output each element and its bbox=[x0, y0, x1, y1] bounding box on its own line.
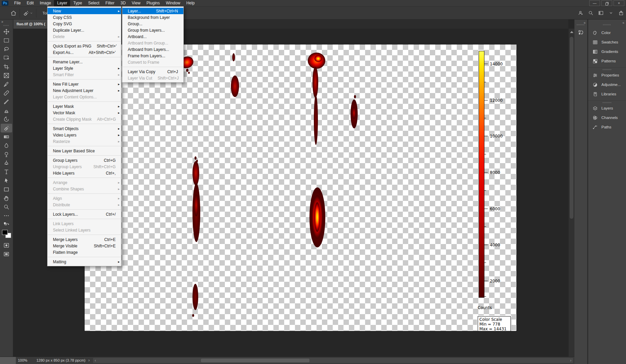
vertical-scrollbar[interactable] bbox=[568, 29, 574, 357]
submenu-item-group[interactable]: Group... bbox=[122, 21, 183, 27]
share-icon[interactable] bbox=[618, 10, 624, 16]
default-and-swap-colors-icon[interactable] bbox=[1, 220, 12, 229]
menu-item-copy-css[interactable]: Copy CSS bbox=[48, 14, 121, 21]
menu-item-lock-layers[interactable]: Lock Layers...Ctrl+/ bbox=[48, 211, 121, 217]
horizontal-scrollbar-thumb[interactable] bbox=[201, 359, 309, 362]
close-button[interactable]: × bbox=[614, 0, 624, 6]
tool-hand-tool[interactable] bbox=[1, 194, 12, 203]
vertical-scrollbar-thumb[interactable] bbox=[570, 37, 573, 219]
menu-item-new-adjustment-layer[interactable]: New Adjustment Layer▸ bbox=[48, 87, 121, 94]
menu-item-export-as[interactable]: Export As...Alt+Shift+Ctrl+' bbox=[48, 49, 121, 56]
scroll-up-icon[interactable] bbox=[570, 31, 573, 33]
submenu-item-layer[interactable]: Layer...Shift+Ctrl+N bbox=[122, 8, 183, 14]
home-icon[interactable] bbox=[10, 10, 17, 17]
chevron-down-icon[interactable] bbox=[608, 10, 614, 16]
canvas-image[interactable]: 1400012000100008000600040002000 Counts C… bbox=[85, 44, 516, 331]
scroll-right-icon[interactable]: › bbox=[570, 358, 571, 363]
tool-lasso-tool[interactable] bbox=[1, 45, 12, 54]
horizontal-scrollbar[interactable]: ‹ › bbox=[93, 358, 573, 363]
submenu-item-artboard-from-layers[interactable]: Artboard from Layers... bbox=[122, 46, 183, 53]
status-popup-arrow[interactable]: › bbox=[88, 357, 90, 364]
menubar-filter[interactable]: Filter bbox=[102, 0, 118, 6]
menu-item-layer-mask[interactable]: Layer Mask▸ bbox=[48, 103, 121, 110]
panel-tab-gradients[interactable]: Gradients bbox=[588, 47, 626, 56]
panel-tab-color[interactable]: Color bbox=[588, 28, 626, 37]
panel-tab-adjustme[interactable]: Adjustme... bbox=[588, 80, 626, 89]
panel-tab-layers[interactable]: Layers bbox=[588, 103, 626, 113]
menu-item-merge-layers[interactable]: Merge LayersCtrl+E bbox=[48, 236, 121, 243]
panel-tab-paths[interactable]: Paths bbox=[588, 122, 626, 132]
menubar-plugins[interactable]: Plugins bbox=[144, 0, 163, 6]
screen-mode-icon[interactable] bbox=[1, 250, 12, 259]
collapse-panels-icon[interactable]: « bbox=[622, 21, 624, 25]
menu-item-layer-style[interactable]: Layer Style▸ bbox=[48, 65, 121, 71]
submenu-item-artboard[interactable]: Artboard... bbox=[122, 33, 183, 40]
menubar-image[interactable]: Image bbox=[37, 0, 54, 6]
tool-rectangle-tool[interactable] bbox=[1, 185, 12, 194]
menu-item-duplicate-layer[interactable]: Duplicate Layer... bbox=[48, 27, 121, 33]
menubar-type[interactable]: Type bbox=[70, 0, 85, 6]
tool-object-selection-tool[interactable] bbox=[1, 54, 12, 62]
menu-item-rename-layer[interactable]: Rename Layer... bbox=[48, 59, 121, 65]
menu-item-new[interactable]: New▸ bbox=[48, 8, 121, 14]
menubar-layer[interactable]: Layer bbox=[54, 0, 70, 6]
tool-pen-tool[interactable] bbox=[1, 159, 12, 168]
tool-clone-stamp-tool[interactable] bbox=[1, 106, 12, 115]
search-icon[interactable] bbox=[588, 10, 594, 16]
tool-rectangular-marquee-tool[interactable] bbox=[1, 36, 12, 45]
tool-brush-tool[interactable] bbox=[1, 97, 12, 106]
menu-item-group-layers[interactable]: Group LayersCtrl+G bbox=[48, 157, 121, 163]
menu-item-new-fill-layer[interactable]: New Fill Layer▸ bbox=[48, 81, 121, 87]
preset-chevron-down-icon[interactable] bbox=[29, 10, 33, 17]
menubar-select[interactable]: Select bbox=[85, 0, 102, 6]
tool-zoom-tool[interactable] bbox=[1, 203, 12, 211]
menubar-file[interactable]: File bbox=[11, 0, 24, 6]
tool-eyedropper-tool[interactable] bbox=[1, 80, 12, 89]
zoom-level-field[interactable]: 100% bbox=[18, 357, 27, 364]
menu-item-hide-layers[interactable]: Hide LayersCtrl+, bbox=[48, 170, 121, 176]
tool-spot-healing-brush-tool[interactable] bbox=[1, 89, 12, 97]
restore-button[interactable] bbox=[601, 0, 612, 6]
menu-item-copy-svg[interactable]: Copy SVG bbox=[48, 21, 121, 27]
tool-type-tool[interactable] bbox=[1, 168, 12, 176]
history-panel-icon[interactable] bbox=[575, 28, 587, 37]
tool-dodge-tool[interactable] bbox=[1, 150, 12, 159]
menubar-edit[interactable]: Edit bbox=[24, 0, 37, 6]
toolbar-expand-icon[interactable]: » bbox=[1, 20, 3, 24]
tool-frame-tool[interactable] bbox=[1, 71, 12, 80]
menubar-window[interactable]: Window bbox=[163, 0, 183, 6]
tool-move-tool[interactable] bbox=[1, 27, 12, 36]
panel-tab-properties[interactable]: Properties bbox=[588, 70, 626, 80]
panel-tab-swatches[interactable]: Swatches bbox=[588, 37, 626, 47]
submenu-item-background-from-layer[interactable]: Background from Layer bbox=[122, 14, 183, 21]
tool-crop-tool[interactable] bbox=[1, 62, 12, 71]
color-swatches[interactable] bbox=[1, 229, 12, 241]
quick-mask-icon[interactable] bbox=[1, 241, 12, 250]
tool-blur-tool[interactable] bbox=[1, 141, 12, 150]
account-add-icon[interactable] bbox=[578, 10, 584, 16]
panel-tab-channels[interactable]: Channels bbox=[588, 113, 626, 122]
menubar-3d[interactable]: 3D bbox=[117, 0, 128, 6]
menubar-view[interactable]: View bbox=[129, 0, 144, 6]
menubar-help[interactable]: Help bbox=[183, 0, 198, 6]
tool-magic-eraser-tool[interactable] bbox=[1, 124, 12, 132]
menu-item-new-layer-based-slice[interactable]: New Layer Based Slice bbox=[48, 148, 121, 154]
menu-item-video-layers[interactable]: Video Layers▸ bbox=[48, 132, 121, 138]
panel-tab-libraries[interactable]: Libraries bbox=[588, 89, 626, 99]
menu-item-matting[interactable]: Matting▸ bbox=[48, 259, 121, 265]
tool-edit-toolbar[interactable] bbox=[1, 211, 12, 220]
tool-history-brush-tool[interactable] bbox=[1, 115, 12, 124]
tool-path-selection-tool[interactable] bbox=[1, 176, 12, 185]
tool-gradient-tool[interactable] bbox=[1, 132, 12, 141]
menu-item-flatten-image[interactable]: Flatten Image bbox=[48, 249, 121, 255]
menu-item-vector-mask[interactable]: Vector Mask▸ bbox=[48, 110, 121, 116]
menu-item-merge-visible[interactable]: Merge VisibleShift+Ctrl+E bbox=[48, 243, 121, 249]
panel-tab-patterns[interactable]: Patterns bbox=[588, 56, 626, 66]
menu-item-quick-export-as-png[interactable]: Quick Export as PNGShift+Ctrl+' bbox=[48, 43, 121, 49]
submenu-item-group-from-layers[interactable]: Group from Layers... bbox=[122, 27, 183, 33]
foreground-color-swatch[interactable] bbox=[2, 230, 8, 235]
magic-eraser-preset-icon[interactable] bbox=[23, 10, 29, 17]
scroll-left-icon[interactable]: ‹ bbox=[95, 358, 96, 363]
menu-item-smart-objects[interactable]: Smart Objects▸ bbox=[48, 125, 121, 132]
submenu-item-frame-from-layers[interactable]: Frame from Layers... bbox=[122, 53, 183, 59]
